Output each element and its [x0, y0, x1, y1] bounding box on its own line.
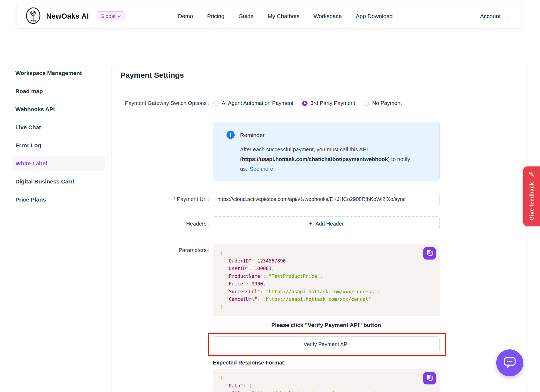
radio-circle-icon [364, 101, 369, 106]
parameters-row: Parameters : { "OrderID": 1234567890, "U… [112, 244, 528, 316]
chevron-down-icon [117, 13, 121, 19]
sidebar-item-live-chat[interactable]: Live Chat [12, 120, 105, 135]
reminder-api-url: https://usapi.hottask.com/chat/chatbot/p… [242, 156, 388, 162]
payment-url-input[interactable] [213, 192, 440, 206]
account-link[interactable]: Account → [480, 13, 509, 19]
nav-item-my-chatbots[interactable]: My Chatbots [268, 13, 299, 19]
headers-label: Headers : [112, 221, 210, 227]
sidebar-item-white-label[interactable]: White Label [12, 156, 105, 171]
plus-icon: + [309, 220, 312, 227]
sidebar-item-error-log[interactable]: Error Log [12, 138, 105, 153]
verify-payment-api-button[interactable]: Verify Payment API [213, 336, 440, 352]
account-label: Account [480, 13, 501, 19]
info-icon [227, 131, 235, 140]
expected-response-label: Expected Response Format: [213, 360, 286, 366]
sidebar-item-workspace-management[interactable]: Workspace Management [12, 65, 105, 81]
gateway-switch-label: Payment Gateway Switch Options : [112, 100, 210, 106]
gateway-radio-group: AI Agent Automation Payment 3rd Party Pa… [213, 100, 402, 106]
gateway-switch-row: Payment Gateway Switch Options : AI Agen… [112, 100, 528, 106]
copy-response-button[interactable] [423, 372, 436, 384]
add-header-label: Add Header [315, 221, 343, 227]
headers-row: Headers : + Add Header [112, 216, 528, 231]
sidebar-item-road-map[interactable]: Road map [12, 83, 105, 99]
nav-item-workspace[interactable]: Workspace [313, 13, 342, 19]
main-nav: Demo Pricing Guide My Chatbots Workspace… [178, 13, 393, 19]
divider-line [387, 325, 440, 325]
parameters-label: Parameters : [112, 244, 210, 253]
radio-no-payment[interactable]: No Payment [364, 100, 402, 106]
brand-name: NewOaks AI [46, 12, 89, 21]
give-feedback-tab[interactable]: ✎ Give feedback [523, 166, 540, 226]
verify-hint-text: Please click "Verify Payment API" button [271, 322, 381, 328]
copy-pages-icon [426, 249, 433, 257]
copy-pages-icon [426, 374, 433, 382]
region-label: Global [100, 13, 115, 19]
page-title: Payment Settings [120, 71, 184, 80]
oak-tree-icon [25, 7, 42, 25]
payment-url-row: * Payment Url : [112, 192, 528, 206]
chat-widget-button[interactable] [496, 349, 523, 376]
nav-item-guide[interactable]: Guide [238, 13, 254, 19]
sidebar-item-webhooks-api[interactable]: Webhooks API [12, 101, 105, 117]
pencil-icon: ✎ [529, 171, 535, 179]
reminder-body: After each successful payment, you must … [240, 145, 431, 174]
top-navigation-bar: NewOaks AI Global Demo Pricing Guide My … [16, 4, 521, 29]
expected-response-code-block: { "Data": { "URL": "https://checkout.str… [213, 369, 440, 392]
divider-line [213, 325, 265, 325]
nav-item-app-download[interactable]: App Download [356, 13, 393, 19]
radio-circle-icon [213, 101, 219, 106]
arrow-right-icon: → [503, 13, 509, 19]
see-more-link[interactable]: See more [250, 166, 273, 172]
chat-bubble-icon [502, 355, 517, 371]
nav-item-pricing[interactable]: Pricing [207, 13, 224, 19]
sidebar-item-price-plans[interactable]: Price Plans [12, 192, 105, 207]
radio-3rd-party-payment[interactable]: 3rd Party Payment [302, 100, 355, 106]
reminder-alert: Reminder After each successful payment, … [213, 122, 440, 180]
title-divider [112, 89, 528, 89]
reminder-title: Reminder [240, 132, 265, 138]
radio-selected-icon [302, 101, 308, 106]
parameters-code: { "OrderID": 1234567890, "UserID": 10000… [220, 249, 432, 311]
nav-item-demo[interactable]: Demo [178, 13, 193, 19]
add-header-button[interactable]: + Add Header [213, 216, 440, 231]
verify-hint-divider: Please click "Verify Payment API" button [213, 322, 440, 328]
settings-sidebar: Workspace Management Road map Webhooks A… [12, 65, 105, 210]
sidebar-item-digital-business-card[interactable]: Digital Business Card [12, 174, 105, 189]
region-selector[interactable]: Global [97, 11, 124, 21]
payment-url-label: * Payment Url : [112, 196, 210, 202]
give-feedback-label: Give feedback [529, 182, 535, 220]
required-asterisk: * [173, 196, 176, 202]
parameters-code-block: { "OrderID": 1234567890, "UserID": 10000… [213, 244, 440, 316]
expected-response-code: { "Data": { "URL": "https://checkout.str… [220, 374, 432, 392]
radio-ai-agent-automation-payment[interactable]: AI Agent Automation Payment [213, 100, 293, 106]
payment-settings-panel: Payment Settings Payment Gateway Switch … [111, 65, 528, 392]
brand-logo-link[interactable]: NewOaks AI [25, 7, 89, 25]
copy-parameters-button[interactable] [423, 247, 436, 260]
